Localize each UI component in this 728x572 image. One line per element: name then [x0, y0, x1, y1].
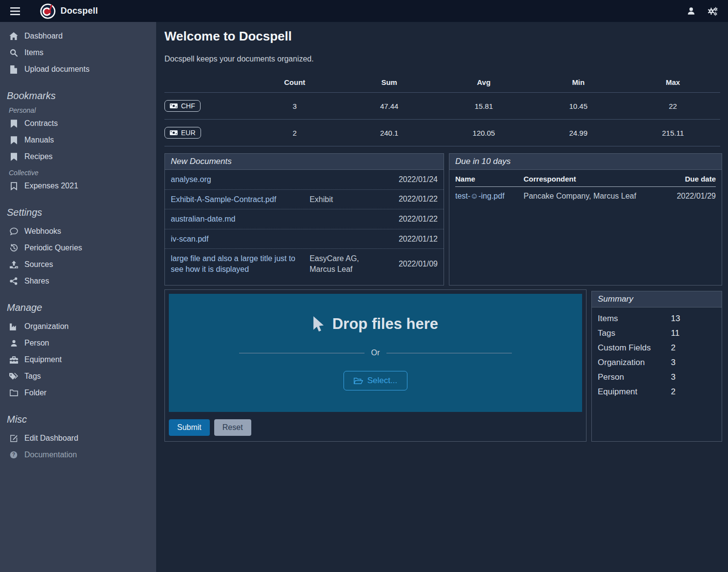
sidebar-item-organization[interactable]: Organization: [6, 318, 151, 335]
sidebar-item-label: Recipes: [24, 152, 53, 161]
docspell-logo-icon[interactable]: [40, 3, 56, 19]
document-row[interactable]: analyse.org 2022/01/24: [165, 170, 444, 189]
hamburger-icon: [10, 7, 20, 15]
edit-icon: [9, 434, 19, 442]
sidebar-item-bookmark-contracts[interactable]: Contracts: [6, 115, 151, 132]
comment-icon: [9, 227, 19, 235]
sidebar-item-label: Edit Dashboard: [24, 434, 78, 443]
sidebar-subheading-personal: Personal: [9, 106, 151, 114]
document-date: 2022/01/12: [382, 235, 438, 244]
due-header-name: Name: [455, 175, 524, 183]
file-upload-icon: [9, 65, 19, 74]
upload-panel: Drop files here Or Select... Submit: [164, 289, 586, 442]
sidebar-item-label: Person: [24, 339, 49, 347]
cogs-icon: [707, 6, 718, 16]
sidebar-item-bookmark-expenses-2021[interactable]: Expenses 2021: [6, 178, 151, 194]
settings-menu-button[interactable]: [704, 3, 721, 20]
sidebar-item-label: Sources: [24, 260, 53, 269]
sidebar-item-documentation[interactable]: ? Documentation: [6, 447, 151, 463]
document-name-link[interactable]: Exhibit-A-Sample-Contract.pdf: [171, 194, 309, 205]
menu-toggle-button[interactable]: [7, 3, 23, 20]
home-icon: [9, 32, 19, 40]
reset-button[interactable]: Reset: [214, 419, 251, 436]
page-subtitle: Docspell keeps your documents organized.: [164, 55, 725, 63]
due-header-due-date: Due date: [657, 175, 716, 183]
sidebar-item-tags[interactable]: Tags: [6, 368, 151, 385]
sidebar-item-dashboard[interactable]: Dasbhoard: [6, 28, 151, 44]
person-icon: [9, 339, 19, 347]
stats-eur-min: 24.99: [531, 124, 626, 142]
stats-header-count: Count: [247, 74, 342, 92]
summary-row-custom-fields: Custom Fields 2: [592, 341, 722, 355]
bookmark-solid-icon: [9, 120, 19, 128]
document-row[interactable]: iv-scan.pdf 2022/01/12: [165, 229, 444, 249]
due-row[interactable]: test-☺-ing.pdf Pancake Company, Marcus L…: [455, 187, 716, 205]
sidebar-item-equipment[interactable]: Equipment: [6, 351, 151, 368]
or-label: Or: [371, 348, 380, 357]
sidebar-item-periodic-queries[interactable]: Periodic Queries: [6, 240, 151, 256]
document-row[interactable]: large file and also a large title just t…: [165, 248, 444, 279]
stats-chf-count: 3: [247, 98, 342, 115]
due-document-correspondent: Pancake Company, Marcus Leaf: [524, 192, 657, 201]
document-name-link[interactable]: large file and also a large title just t…: [171, 253, 309, 274]
folder-icon: [9, 389, 19, 396]
summary-row-person: Person 3: [592, 370, 722, 385]
sidebar-heading-misc: Misc: [6, 414, 151, 425]
due-header-correspondent: Correspondent: [524, 175, 657, 183]
sidebar-item-label: Dasbhoard: [24, 32, 62, 41]
sidebar-item-folder[interactable]: Folder: [6, 385, 151, 401]
sidebar-item-label: Items: [24, 48, 43, 57]
upload-actions: Submit Reset: [169, 419, 582, 440]
sidebar-item-label: Periodic Queries: [24, 244, 82, 252]
stats-row-chf: CHF 3 47.44 15.81 10.45 22: [164, 92, 720, 119]
currency-badge-eur: EUR: [164, 127, 201, 139]
sidebar-item-bookmark-recipes[interactable]: Recipes: [6, 148, 151, 165]
due-document-name-link[interactable]: test-☺-ing.pdf: [455, 192, 524, 201]
sidebar-item-label: Tags: [24, 372, 41, 381]
currency-badge-chf: CHF: [164, 100, 201, 112]
document-name-link[interactable]: analyse.org: [171, 174, 309, 185]
sidebar-item-sources[interactable]: Sources: [6, 256, 151, 273]
submit-button[interactable]: Submit: [169, 419, 210, 436]
tags-icon: [9, 373, 19, 380]
stats-header-empty: [164, 79, 247, 88]
industry-icon: [9, 323, 19, 330]
document-correspondent: Exhibit: [309, 194, 382, 205]
stats-eur-avg: 120.05: [437, 124, 531, 142]
currency-badge-label: CHF: [181, 102, 195, 110]
stats-header-min: Min: [531, 74, 626, 92]
money-bill-icon: [170, 103, 178, 108]
sidebar-item-webhooks[interactable]: Webhooks: [6, 223, 151, 240]
new-documents-panel-title: New Documents: [165, 154, 444, 170]
search-icon: [9, 49, 19, 57]
sidebar-item-upload-documents[interactable]: Upload documents: [6, 61, 151, 78]
dropzone-label: Drop files here: [313, 315, 438, 333]
question-circle-icon: ?: [9, 451, 19, 459]
new-documents-list: analyse.org 2022/01/24 Exhibit-A-Sample-…: [165, 170, 444, 279]
document-name-link[interactable]: australian-date.md: [171, 214, 309, 225]
select-files-button[interactable]: Select...: [344, 371, 407, 390]
bookmark-solid-icon: [9, 136, 19, 144]
document-row[interactable]: Exhibit-A-Sample-Contract.pdf Exhibit 20…: [165, 189, 444, 209]
mouse-pointer-icon: [313, 316, 325, 332]
or-divider: Or: [239, 348, 512, 357]
document-correspondent: EasyCare AG, Marcus Leaf: [309, 253, 382, 274]
file-dropzone[interactable]: Drop files here Or Select...: [169, 294, 582, 412]
sidebar-item-items[interactable]: Items: [6, 44, 151, 61]
document-date: 2022/01/22: [382, 215, 438, 224]
user-menu-button[interactable]: [682, 3, 700, 20]
document-name-link[interactable]: iv-scan.pdf: [171, 234, 309, 245]
stats-header-row: Count Sum Avg Min Max: [164, 74, 720, 92]
sidebar-item-person[interactable]: Person: [6, 335, 151, 351]
document-date: 2022/01/22: [382, 195, 438, 204]
sidebar-item-bookmark-manuals[interactable]: Manuals: [6, 132, 151, 148]
sidebar: Dasbhoard Items Upload documents Bookmar…: [0, 22, 156, 572]
sidebar-item-label: Organization: [24, 322, 69, 331]
sidebar-item-edit-dashboard[interactable]: Edit Dashboard: [6, 430, 151, 447]
sidebar-item-shares[interactable]: Shares: [6, 273, 151, 289]
sidebar-item-label: Shares: [24, 277, 49, 286]
sidebar-item-label: Folder: [24, 388, 46, 397]
toolbox-icon: [9, 356, 19, 364]
history-icon: [9, 244, 19, 252]
document-row[interactable]: australian-date.md 2022/01/22: [165, 209, 444, 229]
